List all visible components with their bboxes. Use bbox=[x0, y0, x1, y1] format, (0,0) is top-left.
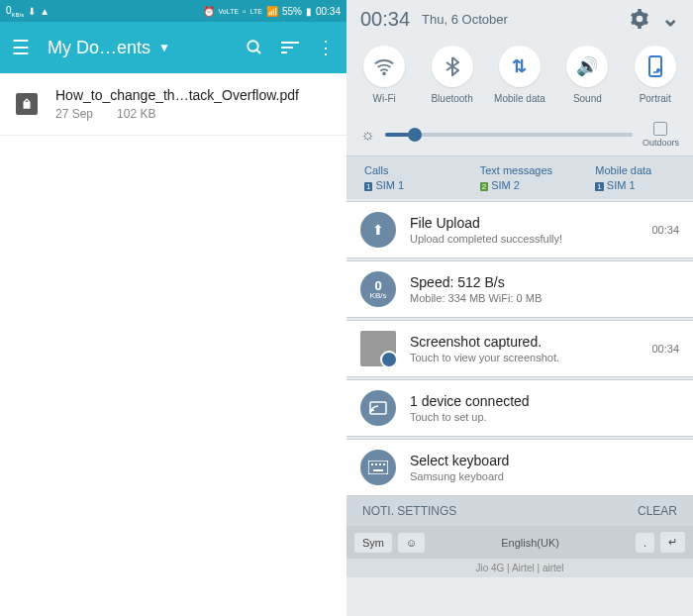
shade-date: Thu, 6 October bbox=[422, 12, 618, 27]
pdf-icon bbox=[16, 93, 38, 115]
file-row[interactable]: How_to_change_th…tack_Overflow.pdf 27 Se… bbox=[0, 73, 346, 136]
wifi-toggle[interactable]: Wi-Fi bbox=[354, 46, 414, 104]
svg-rect-9 bbox=[368, 461, 388, 474]
svg-rect-13 bbox=[383, 463, 385, 465]
sound-icon: 🔊 bbox=[566, 46, 608, 87]
settings-icon[interactable] bbox=[630, 9, 649, 29]
notif-keyboard[interactable]: Select keyboardSamsung keyboard bbox=[346, 439, 693, 496]
portrait-icon bbox=[635, 46, 676, 87]
sim-data[interactable]: Mobile data1SIM 1 bbox=[577, 156, 693, 199]
wifi-icon bbox=[363, 46, 405, 87]
more-icon[interactable]: ⋮ bbox=[317, 37, 335, 58]
noti-settings-button[interactable]: NOTI. SETTINGS bbox=[362, 504, 456, 518]
upload-icon: ⬆ bbox=[360, 212, 396, 248]
shade-time: 00:34 bbox=[360, 8, 410, 31]
data-icon: ⇅ bbox=[499, 46, 541, 87]
svg-point-7 bbox=[657, 69, 659, 71]
sim-texts[interactable]: Text messages2SIM 2 bbox=[462, 156, 578, 199]
notif-cast[interactable]: 1 device connectedTouch to set up. bbox=[346, 379, 693, 437]
left-screen: 0KB/s ⬇ ▲ ⏰ VoLTE ▫ LTE 📶 55% ▮ 00:34 ☰ … bbox=[0, 0, 346, 616]
speed-indicator: 0KB/s bbox=[6, 5, 24, 18]
svg-point-5 bbox=[383, 72, 385, 74]
quick-toggles: Wi-Fi Bluetooth ⇅Mobile data 🔊Sound Port… bbox=[346, 38, 693, 116]
screenshot-icon bbox=[360, 331, 396, 366]
carrier-label: Jio 4G | Airtel | airtel bbox=[346, 559, 693, 577]
expand-icon[interactable]: ⌄ bbox=[661, 6, 679, 32]
clear-button[interactable]: CLEAR bbox=[638, 504, 677, 518]
file-date: 27 Sep bbox=[55, 107, 93, 121]
sim1-icon: ▫ bbox=[243, 6, 247, 17]
keyboard-icon bbox=[360, 450, 396, 485]
brightness-settings-icon[interactable]: ☼ bbox=[360, 126, 375, 144]
sim-row: Calls1SIM 1 Text messages2SIM 2 Mobile d… bbox=[346, 156, 693, 199]
file-name: How_to_change_th…tack_Overflow.pdf bbox=[55, 87, 331, 103]
sort-icon[interactable] bbox=[281, 41, 299, 54]
speed-icon: 0KB/s bbox=[360, 271, 396, 307]
notif-speed[interactable]: 0KB/s Speed: 512 B/sMobile: 334 MB WiFi:… bbox=[346, 260, 693, 318]
menu-icon[interactable]: ☰ bbox=[12, 36, 30, 59]
signal-icon: 📶 bbox=[266, 6, 278, 17]
search-icon[interactable] bbox=[246, 39, 263, 56]
portrait-toggle[interactable]: Portrait bbox=[626, 46, 685, 104]
cast-icon bbox=[360, 390, 396, 426]
svg-rect-12 bbox=[379, 463, 381, 465]
period-key[interactable]: . bbox=[636, 533, 654, 553]
sound-toggle[interactable]: 🔊Sound bbox=[557, 46, 617, 104]
status-bar: 0KB/s ⬇ ▲ ⏰ VoLTE ▫ LTE 📶 55% ▮ 00:34 bbox=[0, 0, 346, 22]
dropdown-icon[interactable]: ▼ bbox=[158, 41, 170, 54]
brightness-row: ☼ Outdoors bbox=[346, 116, 693, 156]
lte-icon: LTE bbox=[250, 8, 262, 15]
battery-text: 55% bbox=[282, 6, 302, 17]
svg-point-0 bbox=[248, 41, 258, 51]
svg-rect-11 bbox=[375, 463, 377, 465]
status-time: 00:34 bbox=[316, 6, 341, 17]
outdoors-toggle[interactable]: Outdoors bbox=[643, 122, 679, 148]
sym-key[interactable]: Sym bbox=[354, 533, 392, 553]
bluetooth-icon bbox=[432, 46, 473, 87]
mobiledata-toggle[interactable]: ⇅Mobile data bbox=[490, 46, 549, 104]
file-size: 102 KB bbox=[117, 107, 155, 121]
svg-rect-10 bbox=[371, 463, 373, 465]
wifi-icon: ▲ bbox=[40, 6, 50, 17]
brightness-slider[interactable] bbox=[385, 133, 633, 137]
enter-key[interactable]: ↵ bbox=[660, 532, 685, 553]
bluetooth-toggle[interactable]: Bluetooth bbox=[423, 46, 482, 104]
shade-header: 00:34 Thu, 6 October ⌄ bbox=[346, 0, 693, 38]
emoji-key[interactable]: ☺ bbox=[398, 533, 425, 553]
download-icon: ⬇ bbox=[28, 6, 36, 17]
notif-screenshot[interactable]: Screenshot captured.Touch to view your s… bbox=[346, 320, 693, 377]
keyboard-row: Sym ☺ English(UK) . ↵ bbox=[346, 526, 693, 559]
svg-rect-14 bbox=[373, 469, 383, 471]
notification-shade: 00:34 Thu, 6 October ⌄ Wi-Fi Bluetooth ⇅… bbox=[346, 0, 693, 616]
notif-upload[interactable]: ⬆ File UploadUpload completed successful… bbox=[346, 201, 693, 258]
battery-icon: ▮ bbox=[306, 6, 312, 17]
svg-line-1 bbox=[256, 50, 260, 53]
app-title[interactable]: My Do…ents▼ bbox=[48, 38, 228, 58]
notif-footer: NOTI. SETTINGS CLEAR bbox=[346, 496, 693, 526]
lang-key[interactable]: English(UK) bbox=[431, 537, 630, 549]
app-bar: ☰ My Do…ents▼ ⋮ bbox=[0, 22, 346, 73]
alarm-icon: ⏰ bbox=[203, 6, 215, 17]
svg-rect-6 bbox=[649, 56, 661, 76]
sim-calls[interactable]: Calls1SIM 1 bbox=[346, 156, 462, 199]
volte-icon: VoLTE bbox=[219, 8, 240, 15]
